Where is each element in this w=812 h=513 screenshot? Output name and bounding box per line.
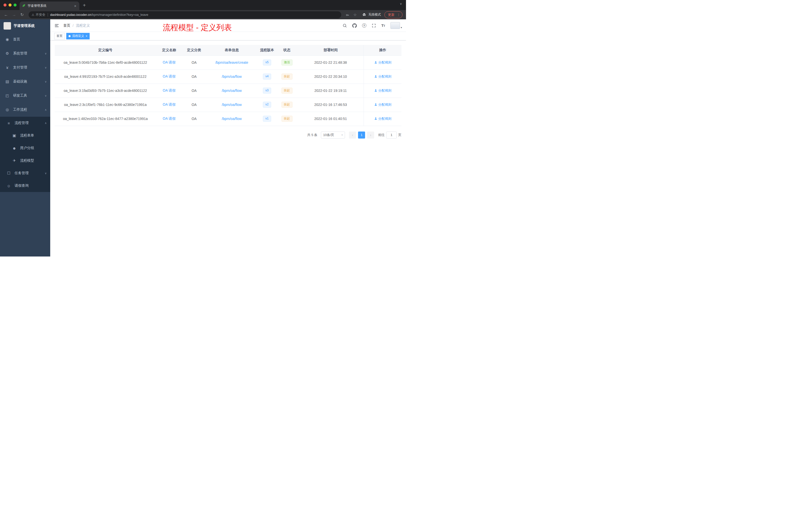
definition-name-link[interactable]: OA 请假	[163, 102, 175, 107]
list-icon: ≡	[6, 121, 11, 125]
browser-titlebar: 芋道管理系统 × + ∨	[0, 0, 406, 10]
goto-page-input[interactable]	[386, 131, 397, 139]
form-link[interactable]: /bpm/oa/flow	[222, 89, 241, 93]
sidebar-logo: 芋道管理系统	[0, 19, 50, 32]
page-number-button[interactable]: 1	[358, 131, 365, 139]
page-size-select[interactable]: 10条/页 ▾	[321, 131, 345, 139]
tab-close-icon[interactable]: ×	[74, 4, 77, 8]
assign-rule-button[interactable]: 分配规则	[374, 74, 392, 79]
breadcrumb-home[interactable]: 首页	[63, 23, 70, 28]
tags-view: 首页 流程定义 ×	[50, 32, 406, 40]
search-icon[interactable]	[343, 23, 347, 28]
deploy-time: 2022-01-22 21:48:38	[297, 56, 364, 69]
assign-rule-button[interactable]: 分配规则	[374, 60, 392, 65]
workflow-icon: ◎	[5, 108, 9, 112]
sidebar-item-home[interactable]: ◉ 首页	[0, 32, 50, 47]
form-link[interactable]: /bpm/oa/leave/create	[215, 60, 248, 64]
assign-rule-button[interactable]: 分配规则	[374, 117, 392, 121]
paper-plane-icon: ✈	[12, 158, 17, 163]
chevron-up-icon: ∧	[45, 121, 47, 125]
address-bar[interactable]: ⚠ 不安全 dashboard.yudao.iocoder.cn/bpm/man…	[29, 11, 341, 18]
sidebar-item-process-models[interactable]: ✈ 流程模型	[0, 154, 50, 167]
chevron-down-icon: ∨	[45, 66, 47, 69]
active-dot	[68, 35, 70, 37]
window-close-button[interactable]	[3, 3, 6, 6]
person-icon	[374, 103, 377, 106]
user-menu[interactable]: ▾	[390, 22, 402, 29]
reload-icon[interactable]: ↻	[19, 12, 26, 17]
sidebar-item-infrastructure[interactable]: ▤ 基础设施 ∨	[0, 74, 50, 89]
tab-favicon-leaf-icon	[22, 4, 26, 8]
version-badge: v4	[263, 73, 271, 80]
form-link[interactable]: /bpm/oa/flow	[222, 74, 241, 79]
avatar[interactable]	[390, 22, 400, 29]
bookmark-star-icon[interactable]: ☆	[352, 12, 358, 17]
assign-rule-button[interactable]: 分配规则	[374, 88, 392, 93]
definition-id: oa_leave:5:004b710b-7b8a-11ec-8ef0-acde4…	[55, 56, 156, 69]
deploy-time: 2022-01-22 19:19:11	[297, 84, 364, 98]
browser-tab[interactable]: 芋道管理系统 ×	[20, 1, 79, 10]
definition-name-link[interactable]: OA 请假	[163, 88, 175, 92]
chevron-down-icon: ∨	[45, 80, 47, 83]
column-header: 定义分类	[182, 45, 206, 56]
security-label[interactable]: 不安全	[36, 12, 46, 17]
table-row: oa_leave:3:1fad3d93-7b75-11ec-a3c8-acde4…	[55, 84, 402, 98]
total-count: 共 5 条	[307, 133, 317, 137]
forward-icon[interactable]: →	[10, 12, 18, 17]
update-label[interactable]: 更新	[388, 12, 395, 17]
window-minimize-button[interactable]	[8, 3, 11, 6]
browser-update-button[interactable]: 更新 ⋮	[384, 11, 403, 18]
sidebar-item-workflow[interactable]: ◎ 工作流程 ∧	[0, 103, 50, 117]
window-zoom-button[interactable]	[13, 3, 17, 6]
tag-process-definition[interactable]: 流程定义 ×	[66, 33, 90, 39]
definition-id: oa_leave:4:991f2193-7b7f-11ec-a3c8-acde4…	[55, 69, 156, 84]
next-page-button[interactable]: ›	[367, 131, 374, 139]
definition-category: OA	[182, 98, 206, 112]
tab-search-chevron-icon[interactable]: ∨	[400, 2, 402, 5]
caret-down-icon: ▾	[342, 133, 343, 136]
app-title: 芋道管理系统	[13, 24, 35, 28]
definition-name-link[interactable]: OA 请假	[163, 117, 175, 120]
back-icon[interactable]: ←	[2, 12, 9, 17]
sidebar-item-payment[interactable]: ¥ 支付管理 ∨	[0, 60, 50, 74]
person-icon	[374, 61, 377, 64]
form-link[interactable]: /bpm/oa/flow	[222, 117, 241, 121]
deploy-time: 2022-01-16 01:40:51	[297, 112, 364, 126]
tab-title: 芋道管理系统	[28, 4, 71, 8]
github-icon[interactable]	[352, 23, 357, 28]
form-link[interactable]: /bpm/oa/flow	[222, 103, 241, 107]
incognito-badge: 无痕模式	[362, 12, 381, 17]
fullscreen-icon[interactable]	[372, 23, 376, 28]
deploy-time: 2022-01-16 17:46:53	[297, 98, 364, 112]
column-header: 状态	[276, 45, 297, 56]
status-badge: 挂起	[282, 88, 292, 94]
sidebar-item-system[interactable]: ⚙ 系统管理 ∨	[0, 47, 50, 60]
sidebar-item-devtools[interactable]: ◰ 研发工具 ∨	[0, 89, 50, 103]
prev-page-button[interactable]: ‹	[349, 131, 356, 139]
chevron-down-icon: ∨	[45, 172, 47, 175]
help-icon[interactable]: ?	[362, 23, 366, 28]
tag-close-icon[interactable]: ×	[86, 34, 87, 38]
sidebar-item-task-management[interactable]: ☐ 任务管理 ∨	[0, 167, 50, 179]
hamburger-icon[interactable]	[54, 23, 59, 28]
sidebar-item-process-management[interactable]: ≡ 流程管理 ∧	[0, 117, 50, 129]
password-key-icon[interactable]	[344, 12, 351, 17]
tag-home[interactable]: 首页	[54, 33, 65, 39]
assign-rule-button[interactable]: 分配规则	[374, 102, 392, 107]
pagination: 共 5 条 10条/页 ▾ ‹ 1 › 前往 页	[55, 131, 402, 139]
form-icon: ▣	[12, 133, 17, 138]
status-badge: 挂起	[282, 73, 292, 80]
sidebar-item-process-forms[interactable]: ▣ 流程表单	[0, 129, 50, 142]
definition-name-link[interactable]: OA 请假	[163, 74, 175, 78]
column-header: 流程版本	[258, 45, 277, 56]
version-badge: v2	[263, 102, 271, 108]
browser-menu-kebab-icon[interactable]: ⋮	[397, 13, 400, 17]
gear-icon: ⚙	[5, 51, 9, 56]
definition-name-link[interactable]: OA 请假	[163, 60, 175, 64]
new-tab-button[interactable]: +	[83, 2, 86, 8]
font-size-icon[interactable]: TT	[381, 23, 385, 28]
sidebar-item-user-groups[interactable]: ☻ 用户分组	[0, 142, 50, 154]
sidebar-item-leave-query[interactable]: ☺ 请假查询	[0, 179, 50, 192]
security-warning-icon: ⚠	[32, 13, 34, 17]
version-badge: v1	[263, 116, 271, 122]
